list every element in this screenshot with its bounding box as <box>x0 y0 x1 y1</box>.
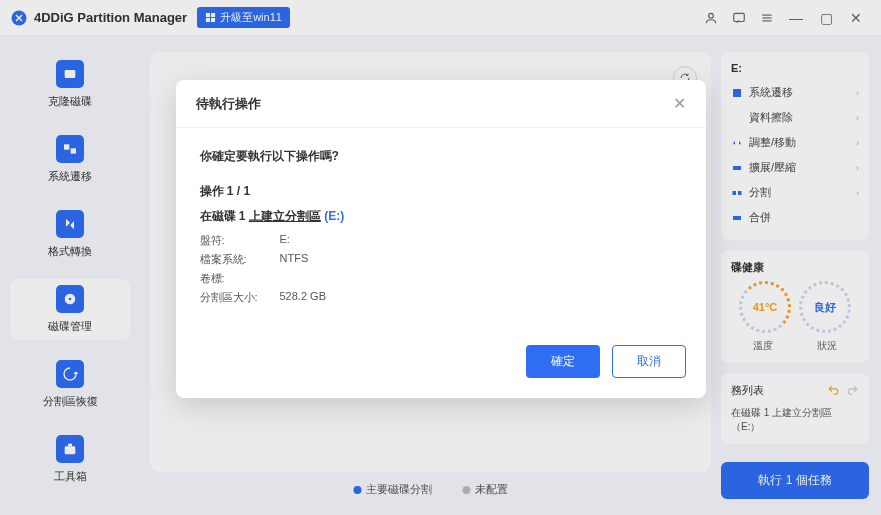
cancel-button[interactable]: 取消 <box>612 345 686 378</box>
modal-question: 你確定要執行以下操作嗎? <box>200 148 682 165</box>
confirm-button[interactable]: 確定 <box>526 345 600 378</box>
modal-backdrop: 待執行操作 ✕ 你確定要執行以下操作嗎? 操作 1 / 1 在磁碟 1 上建立分… <box>0 0 881 515</box>
op-label-row: 卷標: <box>200 271 682 286</box>
op-title: 在磁碟 1 上建立分割區 (E:) <box>200 208 682 225</box>
op-size-row: 分割區大小:528.2 GB <box>200 290 682 305</box>
confirm-modal: 待執行操作 ✕ 你確定要執行以下操作嗎? 操作 1 / 1 在磁碟 1 上建立分… <box>176 80 706 398</box>
modal-title: 待執行操作 <box>196 95 261 113</box>
op-drive-row: 盤符:E: <box>200 233 682 248</box>
op-count: 操作 1 / 1 <box>200 183 682 200</box>
modal-close-button[interactable]: ✕ <box>673 94 686 113</box>
op-fs-row: 檔案系統:NTFS <box>200 252 682 267</box>
